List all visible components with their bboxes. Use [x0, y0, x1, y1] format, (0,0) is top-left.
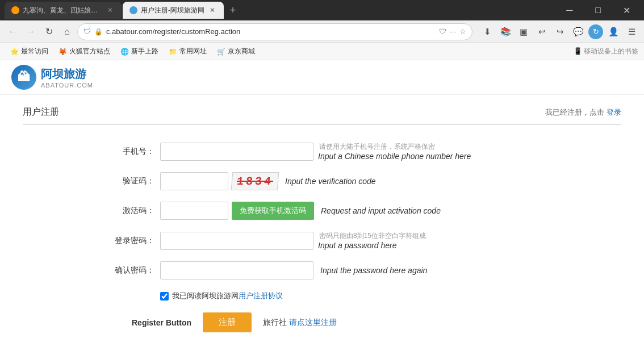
tab-1[interactable]: 九寨沟、黄龙、四姑娘山、达... ✕	[5, 2, 122, 19]
agree-checkbox[interactable]	[160, 292, 169, 301]
confirm-annotation: Input the password here again	[320, 266, 427, 275]
password-label: 登录密码：	[109, 236, 154, 246]
tab1-label: 九寨沟、黄龙、四姑娘山、达...	[23, 6, 102, 15]
new-tab-button[interactable]: +	[225, 2, 241, 18]
password-hint-area: 密码只能由8到15位非空白字符组成 Input a password here	[313, 231, 426, 250]
visited-icon: ⭐	[10, 48, 19, 56]
forward-button[interactable]: →	[23, 24, 39, 40]
home-button[interactable]: ⌂	[59, 24, 75, 40]
page-scroll-area[interactable]: 🏔 阿坝旅游 ABATOUR.COM 用户注册 我已经注册，点击 登录	[0, 60, 644, 338]
activation-input[interactable]	[160, 202, 228, 220]
undo-icon[interactable]: ↩	[534, 24, 550, 40]
register-form: 手机号： 请使用大陆手机号注册，系统严格保密 Input a Chinese m…	[109, 142, 535, 332]
bookmark-newuser-label: 新手上路	[131, 47, 158, 56]
download-icon[interactable]: ⬇	[479, 24, 495, 40]
confirm-label: 确认密码：	[109, 265, 154, 276]
more-icon[interactable]: ···	[450, 27, 456, 36]
logo-en: ABATOUR.COM	[41, 82, 93, 89]
activation-annotation: Request and input activation code	[321, 206, 441, 215]
bookmark-sites-label: 常用网址	[179, 47, 207, 56]
phone-label: 手机号：	[109, 147, 154, 157]
captcha-input[interactable]	[160, 172, 228, 190]
captcha-annotation: Input the verification code	[285, 177, 376, 186]
agree-prefix: 我已阅读阿坝旅游网	[172, 291, 239, 301]
logo-area: 🏔 阿坝旅游 ABATOUR.COM	[11, 65, 93, 90]
logo-icon: 🏔	[11, 65, 36, 90]
captcha-image[interactable]: 1834	[231, 172, 279, 190]
phone-hint: 请使用大陆手机号注册，系统严格保密	[319, 142, 471, 152]
library-icon[interactable]: 📚	[497, 24, 513, 40]
bookmark-newuser[interactable]: 🌐 新手上路	[116, 45, 163, 58]
tab-2[interactable]: 用户注册-阿坝旅游网 ✕	[123, 2, 224, 19]
phone-row: 手机号： 请使用大陆手机号注册，系统严格保密 Input a Chinese m…	[109, 142, 535, 161]
phone-input[interactable]	[160, 143, 313, 161]
captcha-label: 验证码：	[109, 176, 154, 186]
redo-icon[interactable]: ↪	[552, 24, 568, 40]
activation-row: 激活码： 免费获取手机激活码 Request and input activat…	[109, 202, 535, 220]
browser-window: 九寨沟、黄龙、四姑娘山、达... ✕ 用户注册-阿坝旅游网 ✕ + ─ □ ✕ …	[0, 0, 644, 338]
logo-zh: 阿坝旅游	[41, 66, 93, 82]
close-button[interactable]: ✕	[613, 1, 639, 19]
section-header: 用户注册 我已经注册，点击 登录	[23, 106, 621, 125]
account-icon[interactable]: 👤	[605, 24, 621, 40]
captcha-value: 1834	[236, 175, 274, 188]
agree-link[interactable]: 用户注册协议	[239, 291, 283, 301]
bookmark-firefox[interactable]: 🦊 火狐官方站点	[54, 45, 115, 58]
phone-hint-area: 请使用大陆手机号注册，系统严格保密 Input a Chinese mobile…	[313, 142, 471, 161]
confirm-row: 确认密码： Input the password here again	[109, 261, 535, 279]
agency-register-link[interactable]: 请点这里注册	[289, 318, 337, 327]
agree-row: 我已阅读阿坝旅游网 用户注册协议	[160, 291, 535, 301]
bookmark-visited[interactable]: ⭐ 最常访问	[6, 45, 53, 58]
password-input[interactable]	[160, 232, 313, 250]
register-button[interactable]: 注册	[203, 312, 252, 332]
agency-text: 旅行社 请点这里注册	[263, 318, 337, 328]
sites-icon: 📁	[169, 48, 177, 56]
phone-annotation: Input a Chinese mobile phone number here	[318, 152, 471, 161]
title-bar: 九寨沟、黄龙、四姑娘山、达... ✕ 用户注册-阿坝旅游网 ✕ + ─ □ ✕	[0, 0, 644, 20]
address-bar: 🛡 🔒 🛡 ··· ☆	[77, 23, 472, 40]
bookmark-visited-label: 最常访问	[21, 47, 48, 56]
tab1-favicon	[11, 6, 19, 14]
confirm-input[interactable]	[160, 261, 313, 279]
bookmarks-bar: ⭐ 最常访问 🦊 火狐官方站点 🌐 新手上路 📁 常用网址 🛒 京东商城 📱 移…	[0, 43, 644, 60]
sync-icon[interactable]: ↻	[588, 24, 603, 39]
sidebar-icon[interactable]: ▣	[516, 24, 532, 40]
newuser-icon: 🌐	[120, 48, 129, 56]
refresh-button[interactable]: ↻	[41, 24, 57, 40]
chat-icon[interactable]: 💬	[570, 24, 586, 40]
address-input[interactable]	[106, 27, 436, 36]
nav-right-icons: ⬇ 📚 ▣ ↩ ↪ 💬 ↻ 👤 ☰	[479, 24, 639, 40]
section-title: 用户注册	[23, 106, 59, 118]
page-content: 🏔 阿坝旅游 ABATOUR.COM 用户注册 我已经注册，点击 登录	[0, 60, 644, 338]
star-icon[interactable]: ☆	[459, 27, 466, 36]
menu-icon[interactable]: ☰	[624, 24, 639, 40]
captcha-row: 验证码： 1834 Input the verification code	[109, 172, 535, 190]
back-button[interactable]: ←	[5, 24, 20, 40]
tab2-close[interactable]: ✕	[208, 6, 217, 15]
shield-verify-icon: 🛡	[439, 27, 446, 36]
bookmark-firefox-label: 火狐官方站点	[69, 47, 110, 56]
activation-label: 激活码：	[109, 206, 154, 216]
shield-icon: 🛡	[83, 27, 91, 36]
site-header: 🏔 阿坝旅游 ABATOUR.COM	[0, 60, 644, 95]
firefox-icon: 🦊	[58, 48, 67, 56]
nav-bar: ← → ↻ ⌂ 🛡 🔒 🛡 ··· ☆ ⬇ 📚 ▣ ↩ ↪ 💬 ↻ 👤 ☰	[0, 20, 644, 43]
get-activation-button[interactable]: 免费获取手机激活码	[232, 202, 314, 220]
mobile-bookmark: 📱 移动设备上的书签	[574, 47, 638, 56]
minimize-button[interactable]: ─	[557, 1, 583, 19]
bookmark-sites[interactable]: 📁 常用网址	[164, 45, 211, 58]
register-label: Register Button	[132, 318, 191, 327]
security-icon: 🔒	[94, 28, 103, 36]
bookmark-jd-label: 京东商城	[228, 47, 255, 56]
login-link[interactable]: 登录	[607, 108, 621, 116]
tab2-label: 用户注册-阿坝旅游网	[141, 6, 204, 15]
password-annotation: Input a password here	[318, 241, 426, 250]
tab2-favicon	[129, 6, 137, 14]
jd-icon: 🛒	[217, 48, 225, 56]
logo-text: 阿坝旅游 ABATOUR.COM	[41, 66, 93, 89]
register-btn-row: Register Button 注册 旅行社 请点这里注册	[132, 312, 535, 332]
bookmark-jd[interactable]: 🛒 京东商城	[212, 45, 260, 58]
address-icons: 🛡 ··· ☆	[439, 27, 466, 36]
tab1-close[interactable]: ✕	[106, 6, 115, 15]
maximize-button[interactable]: □	[585, 1, 611, 19]
